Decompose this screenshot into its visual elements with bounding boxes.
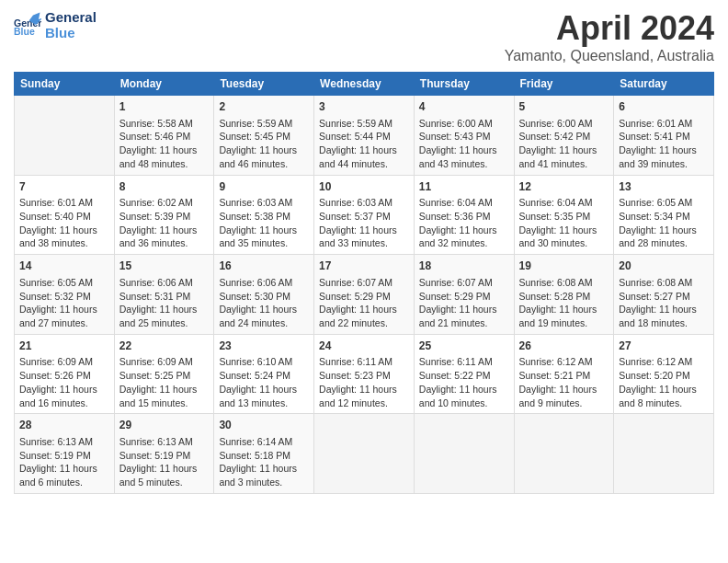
- day-number: 29: [119, 418, 210, 433]
- day-info: Sunrise: 6:13 AM Sunset: 5:19 PM Dayligh…: [19, 435, 109, 489]
- calendar-cell: 17Sunrise: 6:07 AM Sunset: 5:29 PM Dayli…: [314, 255, 415, 335]
- calendar-cell: 14Sunrise: 6:05 AM Sunset: 5:32 PM Dayli…: [15, 255, 115, 335]
- calendar-cell: 23Sunrise: 6:10 AM Sunset: 5:24 PM Dayli…: [214, 334, 314, 414]
- calendar-cell: 3Sunrise: 5:59 AM Sunset: 5:44 PM Daylig…: [314, 96, 415, 176]
- calendar-cell: 5Sunrise: 6:00 AM Sunset: 5:42 PM Daylig…: [514, 96, 614, 176]
- day-info: Sunrise: 6:00 AM Sunset: 5:42 PM Dayligh…: [519, 117, 609, 171]
- calendar-cell: [614, 414, 714, 494]
- calendar-week-row: 21Sunrise: 6:09 AM Sunset: 5:26 PM Dayli…: [15, 334, 714, 414]
- day-number: 16: [219, 259, 309, 274]
- day-number: 5: [519, 99, 609, 115]
- day-number: 17: [319, 259, 409, 274]
- weekday-header-sunday: Sunday: [15, 73, 115, 96]
- logo: General Blue General Blue: [14, 9, 97, 40]
- calendar-header-row: SundayMondayTuesdayWednesdayThursdayFrid…: [15, 73, 714, 96]
- calendar-cell: 15Sunrise: 6:06 AM Sunset: 5:31 PM Dayli…: [114, 255, 214, 335]
- calendar-cell: [414, 414, 514, 494]
- day-number: 28: [19, 418, 109, 433]
- day-number: 1: [119, 99, 210, 115]
- day-number: 15: [119, 259, 210, 274]
- calendar-week-row: 28Sunrise: 6:13 AM Sunset: 5:19 PM Dayli…: [15, 414, 714, 494]
- day-number: 18: [419, 259, 509, 274]
- day-number: 25: [419, 339, 509, 354]
- day-info: Sunrise: 5:58 AM Sunset: 5:46 PM Dayligh…: [119, 117, 210, 171]
- weekday-header-thursday: Thursday: [414, 73, 514, 96]
- calendar-cell: [314, 414, 415, 494]
- day-number: 26: [519, 339, 609, 354]
- day-info: Sunrise: 6:09 AM Sunset: 5:25 PM Dayligh…: [119, 355, 210, 409]
- day-info: Sunrise: 6:00 AM Sunset: 5:43 PM Dayligh…: [419, 117, 509, 171]
- day-number: 13: [619, 179, 709, 195]
- page-header: General Blue General Blue April 2024 Yam…: [14, 9, 714, 64]
- calendar-cell: 24Sunrise: 6:11 AM Sunset: 5:23 PM Dayli…: [314, 334, 415, 414]
- day-info: Sunrise: 6:11 AM Sunset: 5:23 PM Dayligh…: [319, 355, 409, 409]
- day-number: 10: [319, 179, 409, 195]
- day-info: Sunrise: 6:06 AM Sunset: 5:30 PM Dayligh…: [219, 276, 309, 330]
- day-info: Sunrise: 6:04 AM Sunset: 5:36 PM Dayligh…: [419, 196, 509, 250]
- day-number: 3: [319, 99, 409, 115]
- day-info: Sunrise: 6:12 AM Sunset: 5:20 PM Dayligh…: [619, 355, 709, 409]
- day-number: 20: [619, 259, 709, 274]
- calendar-cell: 20Sunrise: 6:08 AM Sunset: 5:27 PM Dayli…: [614, 255, 714, 335]
- calendar-cell: 6Sunrise: 6:01 AM Sunset: 5:41 PM Daylig…: [614, 96, 714, 176]
- day-number: 6: [619, 99, 709, 115]
- day-info: Sunrise: 6:05 AM Sunset: 5:32 PM Dayligh…: [19, 276, 109, 330]
- calendar-cell: 16Sunrise: 6:06 AM Sunset: 5:30 PM Dayli…: [214, 255, 314, 335]
- svg-text:Blue: Blue: [14, 26, 35, 37]
- day-number: 14: [19, 259, 109, 274]
- calendar-cell: 21Sunrise: 6:09 AM Sunset: 5:26 PM Dayli…: [15, 334, 115, 414]
- weekday-header-tuesday: Tuesday: [214, 73, 314, 96]
- calendar-table: SundayMondayTuesdayWednesdayThursdayFrid…: [14, 72, 714, 494]
- day-info: Sunrise: 6:13 AM Sunset: 5:19 PM Dayligh…: [119, 435, 210, 489]
- day-info: Sunrise: 6:06 AM Sunset: 5:31 PM Dayligh…: [119, 276, 210, 330]
- day-info: Sunrise: 6:14 AM Sunset: 5:18 PM Dayligh…: [219, 435, 309, 489]
- calendar-cell: 25Sunrise: 6:11 AM Sunset: 5:22 PM Dayli…: [414, 334, 514, 414]
- calendar-cell: 13Sunrise: 6:05 AM Sunset: 5:34 PM Dayli…: [614, 175, 714, 255]
- month-year-title: April 2024: [505, 9, 714, 48]
- day-number: 11: [419, 179, 509, 195]
- day-number: 23: [219, 339, 309, 354]
- calendar-cell: 22Sunrise: 6:09 AM Sunset: 5:25 PM Dayli…: [114, 334, 214, 414]
- day-number: 7: [19, 179, 109, 195]
- calendar-cell: 10Sunrise: 6:03 AM Sunset: 5:37 PM Dayli…: [314, 175, 415, 255]
- day-info: Sunrise: 6:05 AM Sunset: 5:34 PM Dayligh…: [619, 196, 709, 250]
- weekday-header-saturday: Saturday: [614, 73, 714, 96]
- day-info: Sunrise: 6:09 AM Sunset: 5:26 PM Dayligh…: [19, 355, 109, 409]
- logo-icon: General Blue: [14, 12, 41, 38]
- calendar-week-row: 7Sunrise: 6:01 AM Sunset: 5:40 PM Daylig…: [15, 175, 714, 255]
- calendar-cell: 29Sunrise: 6:13 AM Sunset: 5:19 PM Dayli…: [114, 414, 214, 494]
- day-number: 21: [19, 339, 109, 354]
- day-number: 8: [119, 179, 210, 195]
- day-info: Sunrise: 6:08 AM Sunset: 5:28 PM Dayligh…: [519, 276, 609, 330]
- day-number: 30: [219, 418, 309, 433]
- calendar-title-area: April 2024 Yamanto, Queensland, Australi…: [505, 9, 714, 64]
- location-subtitle: Yamanto, Queensland, Australia: [505, 48, 714, 64]
- day-info: Sunrise: 6:08 AM Sunset: 5:27 PM Dayligh…: [619, 276, 709, 330]
- day-info: Sunrise: 6:02 AM Sunset: 5:39 PM Dayligh…: [119, 196, 210, 250]
- day-info: Sunrise: 5:59 AM Sunset: 5:44 PM Dayligh…: [319, 117, 409, 171]
- day-info: Sunrise: 6:04 AM Sunset: 5:35 PM Dayligh…: [519, 196, 609, 250]
- day-info: Sunrise: 6:01 AM Sunset: 5:41 PM Dayligh…: [619, 117, 709, 171]
- weekday-header-monday: Monday: [114, 73, 214, 96]
- calendar-cell: 11Sunrise: 6:04 AM Sunset: 5:36 PM Dayli…: [414, 175, 514, 255]
- logo-blue: Blue: [45, 25, 97, 40]
- day-info: Sunrise: 6:10 AM Sunset: 5:24 PM Dayligh…: [219, 355, 309, 409]
- calendar-week-row: 1Sunrise: 5:58 AM Sunset: 5:46 PM Daylig…: [15, 96, 714, 176]
- calendar-cell: 8Sunrise: 6:02 AM Sunset: 5:39 PM Daylig…: [114, 175, 214, 255]
- calendar-cell: 27Sunrise: 6:12 AM Sunset: 5:20 PM Dayli…: [614, 334, 714, 414]
- calendar-cell: 2Sunrise: 5:59 AM Sunset: 5:45 PM Daylig…: [214, 96, 314, 176]
- day-number: 4: [419, 99, 509, 115]
- calendar-cell: 4Sunrise: 6:00 AM Sunset: 5:43 PM Daylig…: [414, 96, 514, 176]
- calendar-week-row: 14Sunrise: 6:05 AM Sunset: 5:32 PM Dayli…: [15, 255, 714, 335]
- calendar-cell: 18Sunrise: 6:07 AM Sunset: 5:29 PM Dayli…: [414, 255, 514, 335]
- day-number: 9: [219, 179, 309, 195]
- calendar-cell: [514, 414, 614, 494]
- day-number: 27: [619, 339, 709, 354]
- calendar-cell: 30Sunrise: 6:14 AM Sunset: 5:18 PM Dayli…: [214, 414, 314, 494]
- day-info: Sunrise: 5:59 AM Sunset: 5:45 PM Dayligh…: [219, 117, 309, 171]
- calendar-cell: 9Sunrise: 6:03 AM Sunset: 5:38 PM Daylig…: [214, 175, 314, 255]
- calendar-cell: [15, 96, 115, 176]
- logo-general: General: [45, 9, 97, 25]
- day-number: 19: [519, 259, 609, 274]
- day-info: Sunrise: 6:11 AM Sunset: 5:22 PM Dayligh…: [419, 355, 509, 409]
